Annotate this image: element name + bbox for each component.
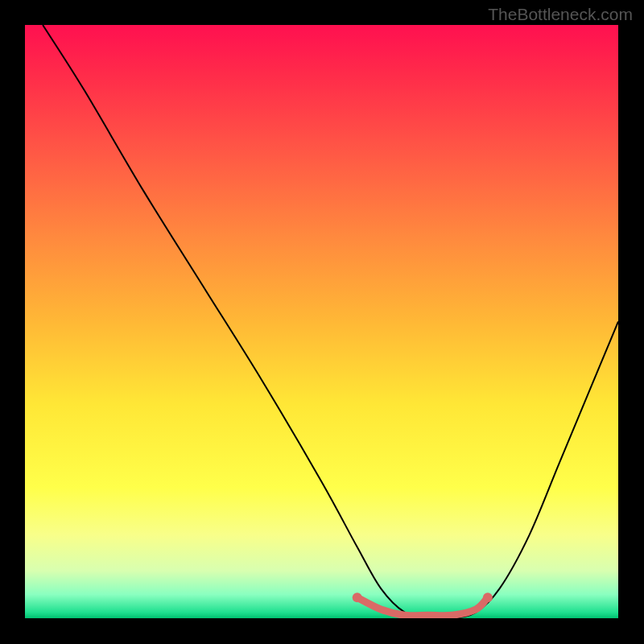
plot-area (25, 25, 618, 618)
highlight-dot-left (353, 592, 362, 602)
highlight-dot-right (483, 592, 493, 602)
chart-svg (25, 25, 618, 618)
curve-path (43, 25, 618, 618)
highlight-path (357, 597, 488, 616)
watermark-text: TheBottleneck.com (488, 5, 633, 24)
